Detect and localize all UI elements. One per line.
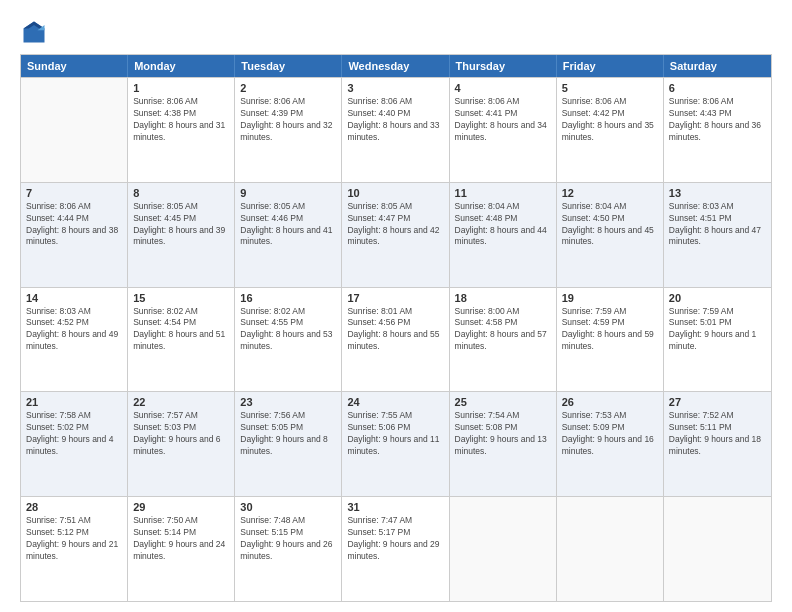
cell-day-number: 19 xyxy=(562,292,658,304)
cell-day-number: 1 xyxy=(133,82,229,94)
cal-cell xyxy=(557,497,664,601)
cal-cell: 8Sunrise: 8:05 AMSunset: 4:45 PMDaylight… xyxy=(128,183,235,287)
cell-info: Sunrise: 7:48 AMSunset: 5:15 PMDaylight:… xyxy=(240,515,336,563)
cal-week-1: 1Sunrise: 8:06 AMSunset: 4:38 PMDaylight… xyxy=(21,77,771,182)
cell-info: Sunrise: 8:05 AMSunset: 4:46 PMDaylight:… xyxy=(240,201,336,249)
cal-cell: 22Sunrise: 7:57 AMSunset: 5:03 PMDayligh… xyxy=(128,392,235,496)
cal-cell: 2Sunrise: 8:06 AMSunset: 4:39 PMDaylight… xyxy=(235,78,342,182)
cell-day-number: 22 xyxy=(133,396,229,408)
cell-info: Sunrise: 8:04 AMSunset: 4:50 PMDaylight:… xyxy=(562,201,658,249)
cell-info: Sunrise: 8:02 AMSunset: 4:54 PMDaylight:… xyxy=(133,306,229,354)
cell-info: Sunrise: 8:04 AMSunset: 4:48 PMDaylight:… xyxy=(455,201,551,249)
cal-header-monday: Monday xyxy=(128,55,235,77)
cal-cell: 30Sunrise: 7:48 AMSunset: 5:15 PMDayligh… xyxy=(235,497,342,601)
cal-cell: 29Sunrise: 7:50 AMSunset: 5:14 PMDayligh… xyxy=(128,497,235,601)
cell-info: Sunrise: 8:06 AMSunset: 4:44 PMDaylight:… xyxy=(26,201,122,249)
cell-day-number: 10 xyxy=(347,187,443,199)
cell-info: Sunrise: 7:58 AMSunset: 5:02 PMDaylight:… xyxy=(26,410,122,458)
cal-cell: 24Sunrise: 7:55 AMSunset: 5:06 PMDayligh… xyxy=(342,392,449,496)
cell-day-number: 23 xyxy=(240,396,336,408)
cell-info: Sunrise: 7:50 AMSunset: 5:14 PMDaylight:… xyxy=(133,515,229,563)
cell-info: Sunrise: 8:06 AMSunset: 4:43 PMDaylight:… xyxy=(669,96,766,144)
cal-cell: 28Sunrise: 7:51 AMSunset: 5:12 PMDayligh… xyxy=(21,497,128,601)
cal-cell: 4Sunrise: 8:06 AMSunset: 4:41 PMDaylight… xyxy=(450,78,557,182)
cell-info: Sunrise: 8:05 AMSunset: 4:47 PMDaylight:… xyxy=(347,201,443,249)
cal-cell: 7Sunrise: 8:06 AMSunset: 4:44 PMDaylight… xyxy=(21,183,128,287)
cell-info: Sunrise: 8:02 AMSunset: 4:55 PMDaylight:… xyxy=(240,306,336,354)
cal-week-5: 28Sunrise: 7:51 AMSunset: 5:12 PMDayligh… xyxy=(21,496,771,601)
cal-cell: 21Sunrise: 7:58 AMSunset: 5:02 PMDayligh… xyxy=(21,392,128,496)
cell-info: Sunrise: 8:06 AMSunset: 4:40 PMDaylight:… xyxy=(347,96,443,144)
cell-info: Sunrise: 8:03 AMSunset: 4:52 PMDaylight:… xyxy=(26,306,122,354)
cell-day-number: 11 xyxy=(455,187,551,199)
cell-day-number: 25 xyxy=(455,396,551,408)
cell-info: Sunrise: 7:52 AMSunset: 5:11 PMDaylight:… xyxy=(669,410,766,458)
cal-week-3: 14Sunrise: 8:03 AMSunset: 4:52 PMDayligh… xyxy=(21,287,771,392)
cell-info: Sunrise: 8:06 AMSunset: 4:41 PMDaylight:… xyxy=(455,96,551,144)
cell-day-number: 24 xyxy=(347,396,443,408)
cell-info: Sunrise: 8:06 AMSunset: 4:42 PMDaylight:… xyxy=(562,96,658,144)
cal-cell: 3Sunrise: 8:06 AMSunset: 4:40 PMDaylight… xyxy=(342,78,449,182)
cal-cell: 1Sunrise: 8:06 AMSunset: 4:38 PMDaylight… xyxy=(128,78,235,182)
calendar: SundayMondayTuesdayWednesdayThursdayFrid… xyxy=(20,54,772,602)
logo-icon xyxy=(20,18,48,46)
cell-day-number: 20 xyxy=(669,292,766,304)
cell-day-number: 12 xyxy=(562,187,658,199)
logo xyxy=(20,18,52,46)
cell-info: Sunrise: 8:05 AMSunset: 4:45 PMDaylight:… xyxy=(133,201,229,249)
cal-header-friday: Friday xyxy=(557,55,664,77)
cell-day-number: 27 xyxy=(669,396,766,408)
cal-cell: 16Sunrise: 8:02 AMSunset: 4:55 PMDayligh… xyxy=(235,288,342,392)
cal-header-tuesday: Tuesday xyxy=(235,55,342,77)
cell-info: Sunrise: 8:06 AMSunset: 4:39 PMDaylight:… xyxy=(240,96,336,144)
cell-info: Sunrise: 7:51 AMSunset: 5:12 PMDaylight:… xyxy=(26,515,122,563)
cal-cell xyxy=(21,78,128,182)
cal-cell: 23Sunrise: 7:56 AMSunset: 5:05 PMDayligh… xyxy=(235,392,342,496)
cal-cell: 17Sunrise: 8:01 AMSunset: 4:56 PMDayligh… xyxy=(342,288,449,392)
calendar-page: SundayMondayTuesdayWednesdayThursdayFrid… xyxy=(0,0,792,612)
cell-day-number: 18 xyxy=(455,292,551,304)
cell-day-number: 2 xyxy=(240,82,336,94)
cell-info: Sunrise: 8:01 AMSunset: 4:56 PMDaylight:… xyxy=(347,306,443,354)
cell-info: Sunrise: 8:06 AMSunset: 4:38 PMDaylight:… xyxy=(133,96,229,144)
cal-cell: 27Sunrise: 7:52 AMSunset: 5:11 PMDayligh… xyxy=(664,392,771,496)
cell-info: Sunrise: 7:59 AMSunset: 5:01 PMDaylight:… xyxy=(669,306,766,354)
cal-cell xyxy=(450,497,557,601)
cell-day-number: 29 xyxy=(133,501,229,513)
cell-day-number: 31 xyxy=(347,501,443,513)
cal-cell: 14Sunrise: 8:03 AMSunset: 4:52 PMDayligh… xyxy=(21,288,128,392)
cell-info: Sunrise: 7:53 AMSunset: 5:09 PMDaylight:… xyxy=(562,410,658,458)
cal-cell: 13Sunrise: 8:03 AMSunset: 4:51 PMDayligh… xyxy=(664,183,771,287)
cell-day-number: 15 xyxy=(133,292,229,304)
cal-cell: 11Sunrise: 8:04 AMSunset: 4:48 PMDayligh… xyxy=(450,183,557,287)
cal-cell: 6Sunrise: 8:06 AMSunset: 4:43 PMDaylight… xyxy=(664,78,771,182)
calendar-header: SundayMondayTuesdayWednesdayThursdayFrid… xyxy=(21,55,771,77)
cal-header-sunday: Sunday xyxy=(21,55,128,77)
cal-cell: 15Sunrise: 8:02 AMSunset: 4:54 PMDayligh… xyxy=(128,288,235,392)
cal-cell: 26Sunrise: 7:53 AMSunset: 5:09 PMDayligh… xyxy=(557,392,664,496)
cell-info: Sunrise: 7:54 AMSunset: 5:08 PMDaylight:… xyxy=(455,410,551,458)
cell-day-number: 7 xyxy=(26,187,122,199)
cell-day-number: 21 xyxy=(26,396,122,408)
calendar-body: 1Sunrise: 8:06 AMSunset: 4:38 PMDaylight… xyxy=(21,77,771,601)
cell-day-number: 14 xyxy=(26,292,122,304)
cell-day-number: 8 xyxy=(133,187,229,199)
cell-day-number: 5 xyxy=(562,82,658,94)
cell-info: Sunrise: 7:59 AMSunset: 4:59 PMDaylight:… xyxy=(562,306,658,354)
cell-info: Sunrise: 7:55 AMSunset: 5:06 PMDaylight:… xyxy=(347,410,443,458)
cell-day-number: 6 xyxy=(669,82,766,94)
cell-day-number: 4 xyxy=(455,82,551,94)
cal-header-wednesday: Wednesday xyxy=(342,55,449,77)
cal-cell: 25Sunrise: 7:54 AMSunset: 5:08 PMDayligh… xyxy=(450,392,557,496)
cal-week-4: 21Sunrise: 7:58 AMSunset: 5:02 PMDayligh… xyxy=(21,391,771,496)
cell-day-number: 3 xyxy=(347,82,443,94)
page-header xyxy=(20,18,772,46)
cal-cell: 31Sunrise: 7:47 AMSunset: 5:17 PMDayligh… xyxy=(342,497,449,601)
cal-cell: 12Sunrise: 8:04 AMSunset: 4:50 PMDayligh… xyxy=(557,183,664,287)
cell-day-number: 13 xyxy=(669,187,766,199)
cell-info: Sunrise: 8:03 AMSunset: 4:51 PMDaylight:… xyxy=(669,201,766,249)
cal-cell: 18Sunrise: 8:00 AMSunset: 4:58 PMDayligh… xyxy=(450,288,557,392)
cell-day-number: 9 xyxy=(240,187,336,199)
cell-day-number: 26 xyxy=(562,396,658,408)
cal-cell: 5Sunrise: 8:06 AMSunset: 4:42 PMDaylight… xyxy=(557,78,664,182)
